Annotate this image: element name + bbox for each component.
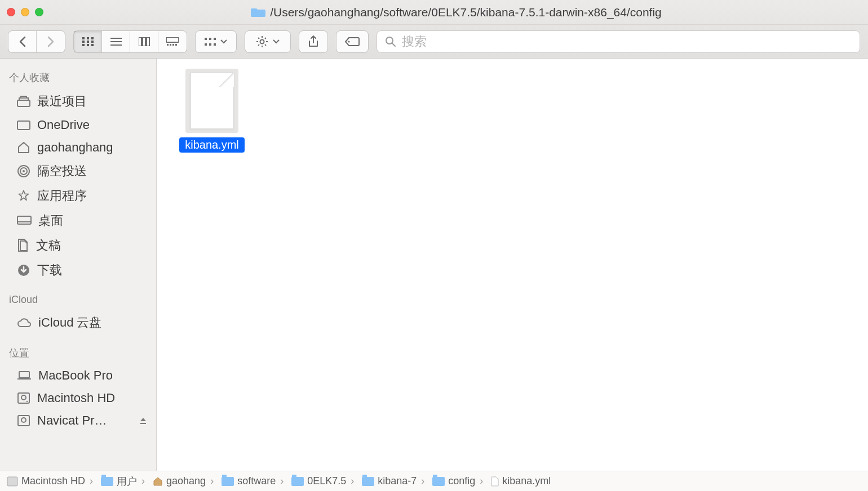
svg-line-33 xyxy=(258,44,259,46)
hdd-icon xyxy=(17,392,30,404)
svg-point-54 xyxy=(21,418,26,422)
file-label: kibana.yml xyxy=(179,137,245,153)
svg-rect-21 xyxy=(209,38,211,40)
svg-rect-24 xyxy=(209,43,211,46)
folder-icon xyxy=(362,477,374,486)
gear-button[interactable] xyxy=(245,31,290,52)
path-crumb-elk[interactable]: 0ELK7.5 xyxy=(276,475,346,487)
zoom-window-button[interactable] xyxy=(35,8,43,16)
file-thumbnail xyxy=(185,69,238,133)
close-window-button[interactable] xyxy=(7,8,15,16)
svg-rect-0 xyxy=(82,37,85,39)
svg-point-52 xyxy=(26,401,28,402)
eject-icon[interactable] xyxy=(139,413,147,428)
svg-rect-12 xyxy=(139,37,141,46)
file-area[interactable]: kibana.yml xyxy=(157,59,868,471)
svg-rect-48 xyxy=(19,372,29,378)
documents-icon xyxy=(17,239,29,252)
window-controls xyxy=(7,8,43,16)
sidebar-item-macintosh-hd[interactable]: Macintosh HD xyxy=(0,387,156,409)
tags-button[interactable] xyxy=(336,30,369,53)
svg-rect-19 xyxy=(175,44,177,46)
titlebar: /Users/gaohanghang/software/0ELK7.5/kiba… xyxy=(0,0,868,25)
sidebar-item-navicat[interactable]: Navicat Pr… xyxy=(0,409,156,432)
path-crumb-config[interactable]: config xyxy=(417,475,475,487)
svg-point-36 xyxy=(386,37,393,44)
doc-icon xyxy=(491,476,499,486)
share-button[interactable] xyxy=(299,30,328,53)
folder-icon xyxy=(101,477,113,486)
gear-icon xyxy=(256,35,268,48)
svg-rect-38 xyxy=(17,100,30,106)
action-button[interactable] xyxy=(245,30,291,53)
sidebar-item-icloud-drive[interactable]: iCloud 云盘 xyxy=(0,310,156,335)
svg-rect-13 xyxy=(143,37,145,46)
svg-rect-6 xyxy=(82,44,85,46)
svg-rect-11 xyxy=(110,44,122,46)
svg-rect-17 xyxy=(170,44,171,46)
pathbar: Macintosh HD 用户 gaohang software 0ELK7.5… xyxy=(0,471,868,491)
forward-button[interactable] xyxy=(37,31,65,52)
path-crumb-users[interactable]: 用户 xyxy=(85,475,137,488)
svg-rect-20 xyxy=(205,38,207,40)
svg-rect-14 xyxy=(147,37,149,46)
sidebar-item-macbook[interactable]: MacBook Pro xyxy=(0,364,156,387)
airdrop-icon xyxy=(17,164,30,178)
sidebar-item-home[interactable]: gaohanghang xyxy=(0,136,156,159)
downloads-icon xyxy=(17,264,30,277)
toolbar: 搜索 xyxy=(0,25,868,59)
folder-icon xyxy=(17,119,30,131)
path-crumb-home[interactable]: gaohang xyxy=(137,475,206,487)
sidebar-item-downloads[interactable]: 下载 xyxy=(0,258,156,283)
sidebar-item-airdrop[interactable]: 隔空投送 xyxy=(0,159,156,184)
sidebar-item-recents[interactable]: 最近项目 xyxy=(0,89,156,114)
svg-rect-1 xyxy=(87,37,89,39)
back-button[interactable] xyxy=(8,31,37,52)
svg-rect-16 xyxy=(167,44,169,46)
laptop-icon xyxy=(17,371,32,380)
sidebar-item-desktop[interactable]: 桌面 xyxy=(0,208,156,233)
svg-line-34 xyxy=(265,38,266,39)
desktop-icon xyxy=(17,216,32,226)
share-icon[interactable] xyxy=(299,31,327,52)
sidebar-item-onedrive[interactable]: OneDrive xyxy=(0,114,156,136)
folder-icon xyxy=(222,477,234,486)
svg-rect-18 xyxy=(172,44,174,46)
svg-rect-23 xyxy=(205,43,207,46)
sidebar: 个人收藏 最近项目 OneDrive gaohanghang 隔空投送 应用程序… xyxy=(0,59,157,471)
list-view-button[interactable] xyxy=(102,31,130,52)
path-crumb-kibana[interactable]: kibana-7 xyxy=(346,475,417,487)
hdd-icon xyxy=(7,476,18,486)
arrange-button[interactable] xyxy=(196,31,236,52)
window-title-text: /Users/gaohanghang/software/0ELK7.5/kiba… xyxy=(270,6,662,19)
svg-line-37 xyxy=(392,43,395,46)
svg-rect-9 xyxy=(110,38,122,39)
search-field[interactable]: 搜索 xyxy=(377,30,860,53)
icon-view-button[interactable] xyxy=(74,31,102,52)
file-item[interactable]: kibana.yml xyxy=(172,69,251,153)
svg-rect-7 xyxy=(87,44,89,46)
folder-icon xyxy=(291,477,304,486)
svg-rect-41 xyxy=(17,121,30,130)
svg-rect-45 xyxy=(17,216,31,224)
home-icon xyxy=(153,477,163,486)
sidebar-item-documents[interactable]: 文稿 xyxy=(0,233,156,258)
group-by-button[interactable] xyxy=(195,30,237,53)
path-crumb-root[interactable]: Macintosh HD xyxy=(7,475,85,487)
path-crumb-software[interactable]: software xyxy=(206,475,276,487)
svg-rect-4 xyxy=(87,41,89,43)
sidebar-item-applications[interactable]: 应用程序 xyxy=(0,184,156,208)
path-crumb-file[interactable]: kibana.yml xyxy=(475,475,551,487)
view-mode-buttons xyxy=(73,30,187,53)
folder-icon xyxy=(432,477,445,486)
column-view-button[interactable] xyxy=(130,31,158,52)
gallery-view-button[interactable] xyxy=(158,31,187,52)
svg-rect-53 xyxy=(18,416,29,426)
minimize-window-button[interactable] xyxy=(21,8,29,16)
folder-icon xyxy=(251,7,265,18)
search-placeholder: 搜索 xyxy=(402,33,427,50)
search-icon xyxy=(385,36,396,47)
hdd-icon xyxy=(17,414,30,427)
tag-icon-button[interactable] xyxy=(336,31,368,52)
svg-rect-25 xyxy=(214,43,216,46)
